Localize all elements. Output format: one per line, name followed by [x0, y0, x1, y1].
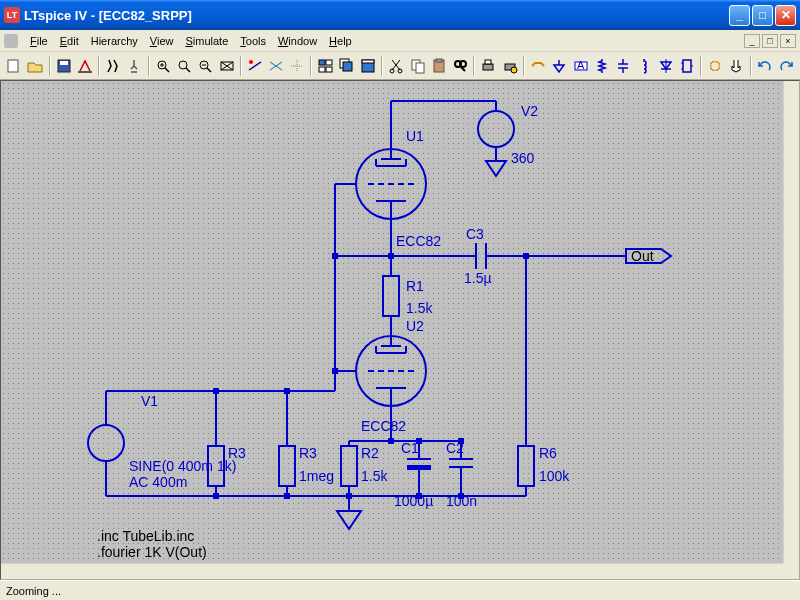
directive-fourier[interactable]: .fourier 1K V(Out) — [97, 544, 207, 560]
paste-button[interactable] — [429, 55, 449, 77]
save-button[interactable] — [54, 55, 74, 77]
component-v1[interactable]: V1 SINE(0 400m 1k) AC 400m — [88, 391, 236, 496]
component-u1[interactable]: U1 ECC82 — [335, 128, 441, 249]
svg-rect-129 — [518, 446, 534, 486]
run-button[interactable] — [103, 55, 123, 77]
svg-text:ECC82: ECC82 — [396, 233, 441, 249]
toolbar: A — [0, 52, 800, 80]
component-c3[interactable]: C3 1.5µ — [461, 226, 501, 286]
menu-view[interactable]: View — [144, 33, 180, 49]
svg-text:100k: 100k — [539, 468, 570, 484]
undo-button[interactable] — [755, 55, 775, 77]
svg-point-8 — [179, 61, 187, 69]
zoom-out-button[interactable] — [216, 55, 236, 77]
svg-text:1meg: 1meg — [299, 468, 334, 484]
menu-help[interactable]: Help — [323, 33, 358, 49]
component-u2[interactable]: U2 ECC82 — [335, 318, 426, 434]
maximize-button[interactable]: □ — [752, 5, 773, 26]
redo-button[interactable] — [776, 55, 796, 77]
ground-main[interactable] — [337, 511, 361, 529]
place-ground-button[interactable] — [549, 55, 569, 77]
svg-rect-23 — [326, 67, 332, 72]
control-panel-button[interactable] — [75, 55, 95, 77]
menu-window[interactable]: Window — [272, 33, 323, 49]
component-v2[interactable]: V2 360 — [478, 101, 538, 166]
svg-text:C2: C2 — [446, 440, 464, 456]
component-r3[interactable]: R3 1meg — [279, 391, 334, 496]
tile-button[interactable] — [315, 55, 335, 77]
svg-point-54 — [478, 111, 514, 147]
place-component-button[interactable] — [677, 55, 697, 77]
place-capacitor-button[interactable] — [613, 55, 633, 77]
move-button[interactable] — [705, 55, 725, 77]
close-button[interactable]: ✕ — [775, 5, 796, 26]
svg-rect-27 — [362, 60, 374, 63]
component-r2[interactable]: R2 1.5k — [341, 441, 388, 496]
copy-button[interactable] — [408, 55, 428, 77]
cut-button[interactable] — [386, 55, 406, 77]
mdi-minimize-button[interactable]: _ — [744, 34, 760, 48]
print-setup-button[interactable] — [500, 55, 520, 77]
halt-button[interactable] — [124, 55, 144, 77]
mdi-restore-button[interactable]: □ — [762, 34, 778, 48]
component-r6[interactable]: R6 100k — [518, 445, 570, 496]
print-button[interactable] — [478, 55, 498, 77]
svg-line-11 — [207, 68, 211, 72]
directive-inc[interactable]: .inc TubeLib.inc — [97, 528, 194, 544]
svg-text:360: 360 — [511, 150, 535, 166]
zoom-extents-button[interactable] — [195, 55, 215, 77]
menu-simulate[interactable]: Simulate — [179, 33, 234, 49]
menu-tools[interactable]: Tools — [234, 33, 272, 49]
place-inductor-button[interactable] — [634, 55, 654, 77]
component-r1[interactable]: R1 1.5k — [383, 276, 433, 316]
svg-point-36 — [460, 61, 466, 67]
menu-edit[interactable]: Edit — [54, 33, 85, 49]
svg-text:C3: C3 — [466, 226, 484, 242]
svg-rect-33 — [436, 59, 442, 62]
svg-text:AC 400m: AC 400m — [129, 474, 187, 490]
vertical-scrollbar[interactable] — [783, 81, 799, 565]
menu-file[interactable]: File — [24, 33, 54, 49]
drag-button[interactable] — [726, 55, 746, 77]
mdi-icon — [4, 34, 18, 48]
new-schematic-button[interactable] — [4, 55, 24, 77]
autorange-button[interactable] — [245, 55, 265, 77]
close-windows-button[interactable] — [358, 55, 378, 77]
menu-hierarchy[interactable]: Hierarchy — [85, 33, 144, 49]
net-label-out[interactable]: Out — [626, 248, 671, 264]
svg-text:SINE(0 400m 1k): SINE(0 400m 1k) — [129, 458, 236, 474]
svg-text:1.5k: 1.5k — [406, 300, 433, 316]
find-button[interactable] — [450, 55, 470, 77]
svg-rect-124 — [458, 493, 464, 499]
mdi-close-button[interactable]: × — [780, 34, 796, 48]
draw-wire-button[interactable] — [528, 55, 548, 77]
svg-rect-31 — [416, 63, 424, 73]
component-r3-bar[interactable]: R3 — [208, 391, 246, 496]
schematic-canvas[interactable]: V2 360 U1 ECC82 — [1, 81, 785, 565]
pick-visible-traces-button[interactable] — [266, 55, 286, 77]
autorange-y-button[interactable] — [287, 55, 307, 77]
window-title: LTspice IV - [ECC82_SRPP] — [24, 8, 729, 23]
open-button[interactable] — [25, 55, 45, 77]
svg-rect-123 — [416, 493, 422, 499]
svg-rect-2 — [60, 61, 68, 65]
svg-rect-21 — [326, 60, 332, 65]
cascade-button[interactable] — [337, 55, 357, 77]
svg-text:ECC82: ECC82 — [361, 418, 406, 434]
schematic-canvas-wrap: V2 360 U1 ECC82 — [0, 80, 800, 580]
place-resistor-button[interactable] — [592, 55, 612, 77]
place-diode-button[interactable] — [655, 55, 675, 77]
minimize-button[interactable]: _ — [729, 5, 750, 26]
svg-text:R2: R2 — [361, 445, 379, 461]
svg-point-17 — [249, 60, 253, 64]
svg-line-5 — [165, 68, 169, 72]
svg-text:R6: R6 — [539, 445, 557, 461]
svg-rect-38 — [485, 60, 491, 64]
zoom-back-button[interactable] — [174, 55, 194, 77]
component-c1[interactable]: C1 1000µ — [394, 440, 433, 509]
svg-rect-111 — [407, 465, 431, 470]
zoom-area-button[interactable] — [153, 55, 173, 77]
label-net-button[interactable]: A — [570, 55, 590, 77]
ground-v2[interactable] — [486, 157, 506, 176]
horizontal-scrollbar[interactable] — [1, 563, 785, 579]
